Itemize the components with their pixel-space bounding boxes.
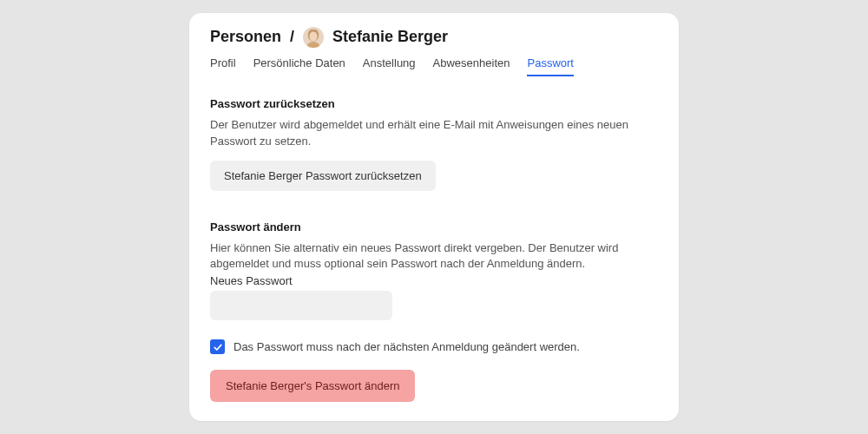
- tabs: Profil Persönliche Daten Anstellung Abwe…: [210, 56, 658, 76]
- reset-password-button[interactable]: Stefanie Berger Passwort zurücksetzen: [210, 161, 436, 191]
- force-change-checkbox-label: Das Passwort muss nach der nächsten Anme…: [233, 340, 580, 353]
- new-password-input[interactable]: [210, 291, 392, 320]
- password-panel: Personen / Stefanie Berger Profil Persön…: [189, 13, 679, 421]
- breadcrumb: Personen / Stefanie Berger: [210, 27, 658, 48]
- change-section-description: Hier können Sie alternativ ein neues Pas…: [210, 240, 658, 273]
- tab-passwort[interactable]: Passwort: [527, 56, 573, 76]
- breadcrumb-parent[interactable]: Personen: [210, 28, 281, 46]
- tab-anstellung[interactable]: Anstellung: [363, 56, 416, 76]
- check-icon: [213, 342, 223, 352]
- change-section-title: Passwort ändern: [210, 220, 658, 233]
- change-password-section: Passwort ändern Hier können Sie alternat…: [210, 220, 658, 403]
- force-change-checkbox-row: Das Passwort muss nach der nächsten Anme…: [210, 339, 658, 354]
- reset-section-title: Passwort zurücksetzen: [210, 97, 658, 110]
- change-password-button[interactable]: Stefanie Berger's Passwort ändern: [210, 370, 415, 402]
- breadcrumb-separator: /: [290, 28, 294, 46]
- reset-section-description: Der Benutzer wird abgemeldet und erhält …: [210, 117, 658, 150]
- force-change-checkbox[interactable]: [210, 339, 225, 354]
- tab-abwesenheiten[interactable]: Abwesenheiten: [433, 56, 510, 76]
- new-password-label: Neues Passwort: [210, 274, 658, 287]
- tab-profil[interactable]: Profil: [210, 56, 236, 76]
- avatar: [303, 27, 324, 48]
- svg-point-2: [310, 31, 318, 41]
- reset-password-section: Passwort zurücksetzen Der Benutzer wird …: [210, 97, 658, 191]
- breadcrumb-current: Stefanie Berger: [332, 28, 448, 46]
- tab-persoenliche-daten[interactable]: Persönliche Daten: [253, 56, 345, 76]
